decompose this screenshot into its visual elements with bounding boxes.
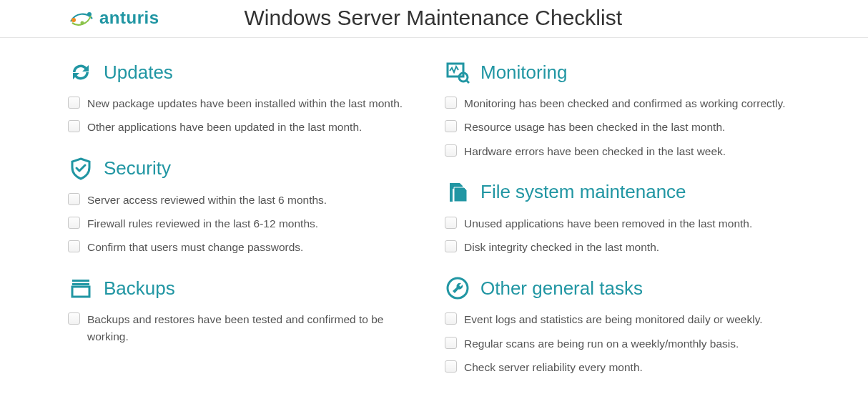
checklist-item-label: Event logs and statistics are being moni… <box>464 311 763 327</box>
checklist-item: Monitoring has been checked and confirme… <box>445 95 800 112</box>
checklist-item: Confirm that users must change passwords… <box>68 239 423 255</box>
checklist-item-label: Server access reviewed within the last 6… <box>87 192 327 208</box>
checklist-item-label: Hardware errors have been checked in the… <box>464 143 726 159</box>
svg-rect-3 <box>72 280 89 282</box>
checklist-item: Event logs and statistics are being moni… <box>445 311 800 327</box>
section-header: Backups <box>68 275 423 301</box>
checklist-item-label: Check server reliability every month. <box>464 359 643 375</box>
checkbox[interactable] <box>445 144 457 157</box>
column-right: MonitoringMonitoring has been checked an… <box>445 59 800 395</box>
section-header: Security <box>68 156 423 182</box>
checklist-item-label: Disk integrity checked in the last month… <box>464 239 659 255</box>
checkbox[interactable] <box>68 312 80 325</box>
checklist-item: Regular scans are being run on a weekly/… <box>445 335 800 352</box>
checklist-item-label: Unused applications have been removed in… <box>464 215 752 232</box>
checklist-item-label: Resource usage has been checked in the l… <box>464 119 725 135</box>
section-header: Updates <box>68 59 423 85</box>
column-left: UpdatesNew package updates have been ins… <box>68 59 423 395</box>
monitor-icon <box>445 59 470 85</box>
section-title: File system maintenance <box>480 181 686 203</box>
shield-icon <box>68 156 94 182</box>
checkbox[interactable] <box>68 240 80 252</box>
checkbox[interactable] <box>68 193 80 205</box>
section-file-system-maintenance: File system maintenanceUnused applicatio… <box>445 179 800 256</box>
checklist-item-label: Other applications have been updated in … <box>87 119 362 135</box>
checkbox[interactable] <box>68 97 80 109</box>
checklist-item: Disk integrity checked in the last month… <box>445 239 800 255</box>
checkbox[interactable] <box>445 240 457 252</box>
checklist-item: Firewall rules reviewed in the last 6-12… <box>68 215 423 232</box>
section-updates: UpdatesNew package updates have been ins… <box>68 59 423 136</box>
section-header: Other general tasks <box>445 275 800 301</box>
checklist-item: New package updates have been installed … <box>68 95 423 112</box>
checkbox[interactable] <box>445 97 457 109</box>
svg-line-7 <box>466 80 469 83</box>
archive-icon <box>68 275 94 301</box>
section-security: SecurityServer access reviewed within th… <box>68 156 423 256</box>
section-header: Monitoring <box>445 59 800 85</box>
section-other-general-tasks: Other general tasksEvent logs and statis… <box>445 275 800 375</box>
wrench-icon <box>445 275 470 301</box>
header: anturis Windows Server Maintenance Check… <box>0 0 868 38</box>
checklist-item: Unused applications have been removed in… <box>445 215 800 232</box>
checklist-item: Server access reviewed within the last 6… <box>68 192 423 208</box>
checklist-item: Check server reliability every month. <box>445 359 800 375</box>
content: UpdatesNew package updates have been ins… <box>0 38 868 410</box>
section-title: Monitoring <box>480 61 567 84</box>
page-title: Windows Server Maintenance Checklist <box>66 6 800 30</box>
checklist-item-label: Monitoring has been checked and confirme… <box>464 95 785 112</box>
checklist-item-label: New package updates have been installed … <box>87 95 403 112</box>
checklist-item: Backups and restores have been tested an… <box>68 311 423 345</box>
svg-rect-4 <box>72 283 89 285</box>
checklist-item: Other applications have been updated in … <box>68 119 423 135</box>
section-title: Backups <box>104 277 175 300</box>
checklist-item-label: Confirm that users must change passwords… <box>87 239 303 255</box>
checklist-item-label: Regular scans are being run on a weekly/… <box>464 335 739 352</box>
section-backups: BackupsBackups and restores have been te… <box>68 275 423 345</box>
section-title: Security <box>104 157 171 179</box>
checklist-item: Resource usage has been checked in the l… <box>445 119 800 135</box>
checklist-item-label: Firewall rules reviewed in the last 6-12… <box>87 215 318 232</box>
checkbox[interactable] <box>445 360 457 373</box>
section-title: Updates <box>104 61 173 84</box>
checkbox[interactable] <box>445 312 457 325</box>
section-monitoring: MonitoringMonitoring has been checked an… <box>445 59 800 159</box>
section-title: Other general tasks <box>480 277 643 300</box>
refresh-icon <box>68 59 94 85</box>
checkbox[interactable] <box>68 120 80 132</box>
checkbox[interactable] <box>445 120 457 132</box>
section-header: File system maintenance <box>445 179 800 205</box>
checklist-item-label: Backups and restores have been tested an… <box>87 311 423 345</box>
checkbox[interactable] <box>445 337 457 349</box>
checkbox[interactable] <box>68 217 80 229</box>
checklist-item: Hardware errors have been checked in the… <box>445 143 800 159</box>
checkbox[interactable] <box>445 217 457 229</box>
files-icon <box>445 179 470 205</box>
